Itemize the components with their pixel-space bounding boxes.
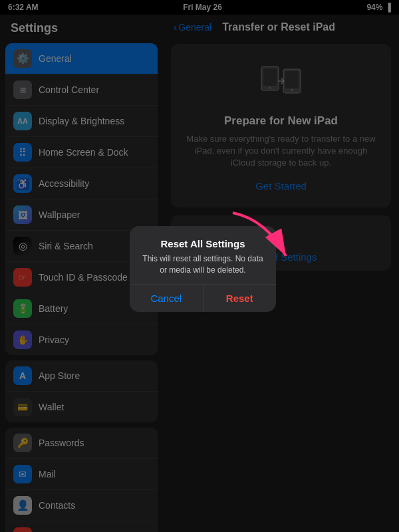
arrow-indicator (226, 206, 306, 273)
alert-buttons: Cancel Reset (130, 284, 276, 312)
modal-overlay: Reset All Settings This will reset all s… (0, 0, 399, 532)
alert-reset-button[interactable]: Reset (203, 285, 277, 312)
alert-cancel-button[interactable]: Cancel (130, 285, 203, 312)
